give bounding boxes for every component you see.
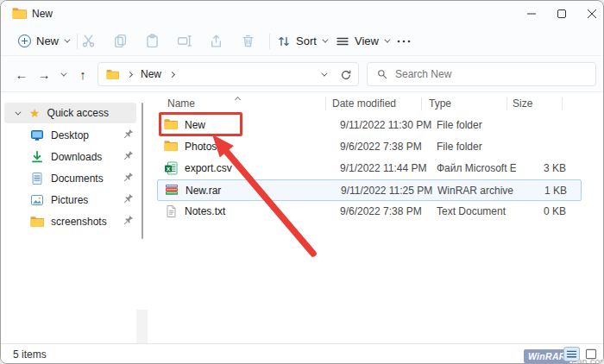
search-box[interactable] (367, 62, 596, 86)
copy-button[interactable] (113, 27, 128, 55)
sort-button[interactable]: Sort (277, 27, 326, 55)
rename-button[interactable] (177, 27, 192, 55)
column-header-size[interactable]: Size (513, 92, 532, 116)
sidebar-item-screenshots[interactable]: screenshots (1, 210, 139, 232)
status-bar: 5 items (1, 343, 603, 364)
folder-icon (12, 7, 27, 19)
folder-icon (30, 216, 44, 227)
search-input[interactable] (395, 68, 595, 80)
sidebar-item-label: Quick access (47, 107, 109, 119)
details-view-icon (566, 349, 577, 360)
view-lines-icon (336, 35, 349, 48)
sidebar-item-pictures[interactable]: Pictures (1, 189, 139, 210)
thumbnail-view-icon (585, 348, 597, 360)
pin-icon[interactable] (122, 193, 134, 205)
view-button[interactable]: View (336, 27, 388, 55)
address-dropdown-icon[interactable] (321, 70, 327, 76)
file-type: WinRAR archive (437, 185, 517, 197)
minimize-icon (527, 9, 536, 18)
file-type: File folder (437, 119, 516, 131)
file-type: Файл Microsoft E... (437, 162, 516, 174)
share-button[interactable] (209, 27, 223, 55)
column-header-type[interactable]: Type (429, 92, 451, 116)
details-view-toggle[interactable] (563, 347, 580, 361)
text-file-icon (164, 204, 178, 218)
new-button-label: New (36, 35, 59, 47)
breadcrumb-item[interactable]: New (141, 68, 161, 80)
view-button-label: View (355, 35, 379, 47)
sort-button-label: Sort (296, 35, 317, 47)
excel-file-icon: x (164, 161, 178, 175)
forward-button[interactable]: → (34, 56, 54, 92)
address-bar: ← → ↑ New (1, 56, 603, 92)
pin-icon[interactable] (122, 172, 134, 184)
sidebar-item-desktop[interactable]: Desktop (1, 124, 139, 146)
pin-icon[interactable] (122, 215, 134, 227)
copy-icon (113, 34, 128, 48)
file-name: Notes.txt (185, 205, 225, 217)
chevron-down-icon (60, 70, 66, 76)
column-separator[interactable] (506, 97, 507, 110)
file-row-export-csv[interactable]: x export.csv 9/1/2022 11:44 PM Файл Micr… (157, 158, 582, 179)
file-row-photos[interactable]: Photos 9/6/2022 7:38 PM File folder (157, 136, 582, 158)
minimize-button[interactable] (517, 1, 546, 27)
command-toolbar: New (1, 27, 603, 56)
breadcrumb[interactable]: New (98, 62, 359, 86)
more-options-button[interactable] (396, 27, 412, 55)
annotation-highlight-box (159, 112, 242, 136)
file-name: New.rar (186, 185, 221, 197)
cut-button[interactable] (81, 27, 96, 55)
folder-icon (106, 69, 119, 79)
file-size: 0 KB (506, 205, 566, 217)
sidebar-scrollbar-thumb[interactable] (142, 103, 143, 239)
folder-icon (164, 140, 178, 151)
file-type: Text Document (437, 205, 516, 217)
sidebar-item-documents[interactable]: Documents (1, 167, 139, 189)
explorer-window: New New (0, 0, 604, 364)
pin-icon[interactable] (122, 129, 134, 141)
file-date: 9/11/2022 11:30 PM (340, 119, 431, 131)
close-button[interactable] (577, 1, 604, 27)
new-button[interactable]: New (18, 27, 68, 55)
search-icon (376, 68, 388, 80)
column-separator[interactable] (562, 97, 563, 110)
column-separator[interactable] (325, 97, 326, 110)
trash-icon (241, 34, 255, 48)
up-button[interactable]: ↑ (72, 56, 93, 92)
paste-button[interactable] (145, 27, 160, 55)
star-icon: ★ (29, 107, 41, 119)
breadcrumb-separator-icon (127, 71, 133, 77)
cut-icon (81, 34, 96, 48)
chevron-down-icon (322, 37, 328, 43)
file-date: 9/6/2022 7:38 PM (340, 141, 422, 153)
chevron-down-icon (64, 37, 70, 43)
column-separator[interactable] (421, 97, 422, 110)
sidebar-item-quick-access[interactable]: ★ Quick access (4, 103, 136, 123)
back-button[interactable]: ← (11, 56, 32, 92)
toolbar-separator (269, 34, 270, 49)
sort-ascending-icon (235, 97, 241, 103)
file-row-notes-txt[interactable]: Notes.txt 9/6/2022 7:38 PM Text Document… (157, 201, 582, 223)
navigation-pane: ★ Quick access Desktop Downloads (1, 92, 149, 343)
title-bar: New (1, 1, 603, 27)
file-name: export.csv (185, 162, 232, 174)
chevron-down-icon (384, 37, 390, 43)
delete-button[interactable] (241, 27, 255, 55)
pin-icon[interactable] (122, 150, 134, 162)
maximize-button[interactable] (547, 1, 576, 27)
sidebar-item-label: Documents (51, 173, 104, 185)
recent-locations-button[interactable] (54, 56, 70, 92)
sidebar-item-label: screenshots (51, 216, 107, 228)
sidebar-scrollbar-track[interactable] (136, 310, 148, 343)
refresh-icon[interactable] (340, 69, 352, 81)
sort-arrows-icon (277, 35, 291, 48)
chevron-down-icon[interactable] (15, 109, 21, 115)
file-date: 9/1/2022 11:44 PM (340, 162, 427, 174)
toolbar-separator (77, 34, 78, 49)
picture-icon (30, 193, 44, 207)
close-icon (588, 9, 596, 18)
file-row-new-rar[interactable]: New.rar 9/11/2022 11:25 PM WinRAR archiv… (157, 179, 582, 201)
thumbnail-view-toggle[interactable] (582, 347, 599, 361)
column-header-date[interactable]: Date modified (332, 92, 396, 116)
sidebar-item-downloads[interactable]: Downloads (1, 146, 139, 167)
